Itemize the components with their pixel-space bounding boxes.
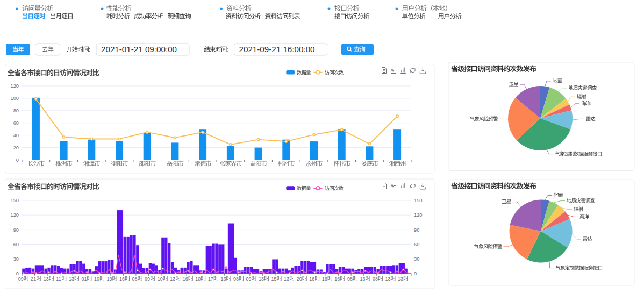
svg-text:150: 150 [414, 198, 423, 203]
svg-text:30: 30 [414, 256, 419, 262]
svg-text:20: 20 [297, 276, 302, 282]
svg-text:16: 16 [334, 276, 340, 282]
svg-text:10: 10 [195, 276, 201, 282]
svg-text::: : [227, 46, 228, 53]
svg-text:100: 100 [11, 96, 19, 101]
svg-text:90: 90 [13, 227, 19, 233]
svg-text:90: 90 [414, 227, 419, 233]
svg-text:01: 01 [81, 276, 87, 282]
svg-text:16: 16 [183, 276, 188, 282]
svg-text:120: 120 [11, 83, 19, 89]
svg-text:13: 13 [360, 276, 365, 282]
svg-text:0: 0 [16, 271, 19, 276]
svg-text:17: 17 [208, 276, 213, 282]
svg-text:08: 08 [373, 276, 378, 282]
svg-text:09: 09 [145, 276, 150, 282]
svg-text:60: 60 [13, 242, 19, 247]
svg-text:80: 80 [13, 108, 19, 113]
svg-text:0: 0 [414, 271, 417, 276]
svg-text:11: 11 [56, 276, 61, 282]
svg-text:120: 120 [414, 212, 423, 218]
svg-text:21: 21 [31, 276, 36, 282]
svg-text::: : [89, 46, 90, 53]
svg-text:60: 60 [13, 120, 19, 126]
svg-text:16: 16 [322, 276, 327, 282]
svg-text:16: 16 [119, 276, 125, 282]
svg-text:13: 13 [170, 276, 175, 282]
svg-text:13: 13 [398, 276, 403, 282]
svg-text:13: 13 [259, 276, 264, 282]
svg-text:08: 08 [233, 276, 239, 282]
svg-text:10: 10 [94, 276, 99, 282]
svg-text:09: 09 [246, 276, 252, 282]
svg-text:2021-09-21 16:00:00: 2021-09-21 16:00:00 [239, 45, 315, 54]
svg-text:150: 150 [11, 198, 19, 203]
svg-text:60: 60 [414, 242, 419, 247]
svg-text:08: 08 [132, 276, 138, 282]
svg-text:120: 120 [11, 212, 19, 218]
svg-text:09: 09 [18, 276, 24, 282]
svg-text:20: 20 [13, 145, 19, 150]
svg-text:0: 0 [16, 157, 19, 163]
svg-text:13: 13 [284, 276, 289, 282]
svg-text:13: 13 [44, 276, 49, 282]
svg-text:40: 40 [13, 133, 19, 138]
svg-text:30: 30 [13, 256, 19, 262]
svg-text:08: 08 [347, 276, 353, 282]
svg-text:13: 13 [220, 276, 226, 282]
svg-text:19: 19 [107, 276, 112, 282]
svg-text:2021-01-21 09:00:00: 2021-01-21 09:00:00 [101, 45, 177, 54]
svg-text:13: 13 [69, 276, 74, 282]
svg-text:13: 13 [385, 276, 391, 282]
svg-text:10: 10 [158, 276, 163, 282]
svg-text:15: 15 [271, 276, 277, 282]
svg-text:16: 16 [309, 276, 314, 282]
